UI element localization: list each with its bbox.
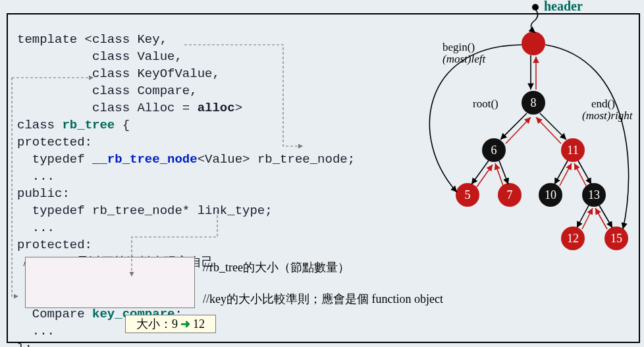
tree-node-6: 6 [482, 138, 506, 162]
code-gt: > [235, 101, 242, 115]
node-val: 11 [567, 144, 578, 157]
tree-node-12: 12 [561, 227, 585, 250]
node-val: 13 [588, 188, 600, 202]
code-line: protected: [17, 238, 92, 252]
code-brace: { [115, 118, 130, 132]
code-line: ... [17, 324, 55, 338]
tree-node-8: 8 [522, 91, 545, 115]
code-line: public: [17, 186, 70, 201]
code-line: ... [17, 169, 55, 184]
header-pointer-dot [532, 4, 539, 11]
code-line: class KeyOfValue, [17, 67, 220, 81]
node-val: 6 [491, 144, 497, 157]
label-begin: begin() [443, 41, 475, 54]
label-mostleft: (most)left [443, 53, 485, 66]
code-line: class Alloc = [17, 101, 198, 115]
tree-node-13: 13 [582, 183, 606, 207]
code-line: template <class Key, [17, 32, 167, 47]
code-line: protected: [17, 135, 92, 149]
tree-node-5: 5 [456, 183, 479, 207]
header-label: header [544, 0, 583, 14]
node-val: 10 [545, 188, 556, 202]
tree-node-7: 7 [498, 183, 522, 207]
comment-node-count: //rb_tree的大小（節點數量） [203, 259, 350, 275]
tree-node-15: 15 [604, 227, 628, 250]
node-val: 8 [531, 96, 537, 110]
code-line: }; [17, 341, 32, 347]
size-from: 9 [172, 317, 178, 331]
code-line: typedef [17, 152, 92, 167]
code-alloc: alloc [198, 101, 235, 115]
tree-node-11: 11 [561, 138, 585, 162]
node-val: 7 [507, 188, 513, 202]
tree-header-node [522, 32, 545, 55]
code-line: ... [17, 221, 55, 235]
size-badge: 大小： 9 ➜ 12 [125, 315, 216, 333]
size-prefix: 大小： [136, 316, 172, 332]
code-line: class Compare, [17, 84, 198, 98]
data-members-box [25, 257, 195, 308]
code-line: class Value, [17, 49, 182, 64]
code-rb-tree-node: __rb_tree_node [92, 152, 198, 167]
arrow-icon: ➜ [180, 317, 190, 331]
code-line: Compare [17, 307, 92, 321]
code-rb-tree: rb_tree [62, 118, 115, 132]
label-end: end() [591, 97, 615, 111]
label-mostright: (most)right [582, 109, 633, 122]
code-line: typedef rb_tree_node* link_type; [17, 203, 273, 218]
size-to: 12 [193, 317, 205, 331]
code-line: class [17, 118, 62, 132]
comment-key-compare: //key的大小比較準則；應會是個 function object [203, 291, 443, 307]
node-val: 15 [610, 232, 622, 246]
code-node-suffix: <Value> rb_tree_node; [198, 152, 355, 167]
node-val: 12 [567, 232, 579, 246]
label-root: root() [473, 97, 498, 111]
tree-node-10: 10 [539, 183, 562, 207]
node-val: 5 [465, 188, 471, 202]
